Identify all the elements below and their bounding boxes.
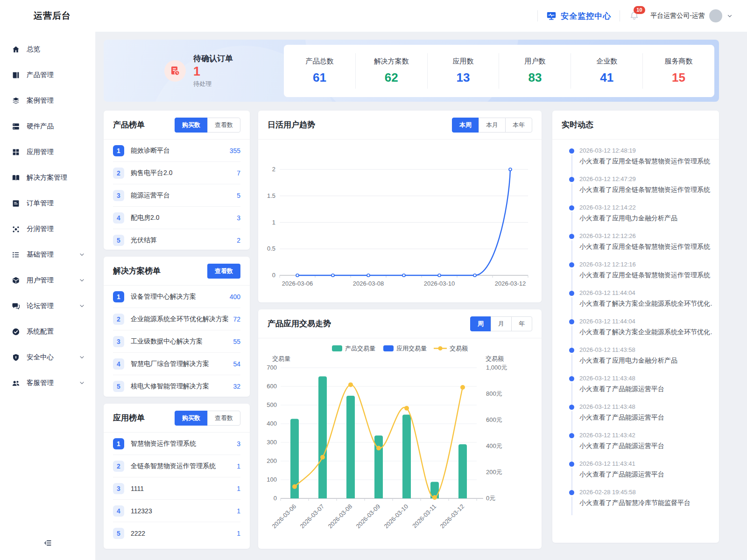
activity-item: 2026-03-12 12:12:16小火查看了应用全链条智慧物资运作管理系统 bbox=[569, 261, 712, 289]
activity-text: 小火查看了产品能源运营平台 bbox=[579, 470, 712, 479]
sidebar-item-label: 订单管理 bbox=[27, 199, 85, 208]
stat-用户数: 用户数83 bbox=[499, 53, 571, 89]
activity-time: 2026-03-12 11:44:04 bbox=[579, 289, 712, 296]
sidebar-item-label: 论坛管理 bbox=[27, 301, 79, 310]
daily-active-tab-2[interactable]: 本年 bbox=[505, 118, 532, 133]
svg-text:200: 200 bbox=[267, 457, 277, 464]
activity-time: 2026-03-12 11:43:48 bbox=[579, 375, 712, 382]
product-rank-tab-1[interactable]: 查看数 bbox=[207, 118, 240, 133]
svg-text:500: 500 bbox=[267, 401, 277, 408]
shield-icon bbox=[12, 353, 20, 362]
solution-rank-name: 设备管理中心解决方案 bbox=[131, 293, 196, 301]
sidebar-item-label: 硬件产品 bbox=[27, 122, 85, 131]
svg-text:2026-03-06: 2026-03-06 bbox=[282, 280, 313, 287]
activity-time: 2026-03-12 11:43:48 bbox=[579, 403, 712, 410]
sidebar-item-system[interactable]: 系统配置 bbox=[0, 319, 95, 344]
sidebar-item-label: 解决方案管理 bbox=[27, 173, 85, 182]
activity-time: 2026-03-12 11:43:42 bbox=[579, 432, 712, 439]
sidebar-item-forum[interactable]: 论坛管理 bbox=[0, 293, 95, 319]
activity-time: 2026-02-28 19:45:58 bbox=[579, 489, 712, 496]
sidebar-item-users[interactable]: 用户管理 bbox=[0, 267, 95, 293]
rank-badge: 4 bbox=[113, 212, 124, 224]
sidebar-item-products[interactable]: 产品管理 bbox=[0, 62, 95, 88]
app-rank-name: 1111 bbox=[131, 485, 144, 492]
sidebar-item-hardware[interactable]: 硬件产品 bbox=[0, 113, 95, 139]
activity-item: 2026-03-12 12:14:22小火查看了应用电力金融分析产品 bbox=[569, 204, 712, 232]
svg-text:600: 600 bbox=[267, 383, 277, 390]
product-rank-value: 7 bbox=[233, 169, 240, 177]
rank-badge: 4 bbox=[113, 505, 124, 517]
trade-trend-tab-2[interactable]: 年 bbox=[511, 316, 532, 331]
app-rank-tab-1[interactable]: 查看数 bbox=[207, 411, 240, 426]
svg-text:800元: 800元 bbox=[486, 390, 502, 397]
document-icon bbox=[12, 199, 20, 208]
activity-item: 2026-02-28 19:45:58小火查看了产品智慧冷库节能监督平台 bbox=[569, 489, 712, 517]
daily-active-tab-0[interactable]: 本周 bbox=[452, 118, 479, 133]
trade-trend-title: 产品应用交易走势 bbox=[268, 318, 331, 329]
app-rank-name: 智慧物资运作管理系统 bbox=[131, 440, 196, 448]
trade-trend-tab-1[interactable]: 月 bbox=[491, 316, 512, 331]
sidebar-item-security[interactable]: 安全中心 bbox=[0, 344, 95, 370]
activity-item: 2026-03-12 11:43:48小火查看了产品能源运营平台 bbox=[569, 375, 712, 403]
sidebar-item-basic[interactable]: 基础管理 bbox=[0, 242, 95, 267]
list-icon bbox=[12, 251, 20, 259]
activity-item: 2026-03-12 12:47:29小火查看了应用全链条智慧物资运作管理系统 bbox=[569, 175, 712, 204]
stat-label: 解决方案数 bbox=[374, 57, 409, 66]
stat-label: 应用数 bbox=[453, 57, 474, 66]
sidebar-item-cases[interactable]: 案例管理 bbox=[0, 88, 95, 113]
nodes-icon bbox=[12, 225, 20, 233]
open-book-icon bbox=[12, 174, 20, 182]
stat-value: 62 bbox=[385, 70, 398, 85]
svg-text:0: 0 bbox=[274, 495, 277, 502]
app-rank-card: 应用榜单 购买数查看数 1智慧物资运作管理系统32全链条智慧物资运作管理系统13… bbox=[104, 404, 250, 549]
solution-views-button[interactable]: 查看数 bbox=[207, 264, 240, 279]
stat-label: 服务商数 bbox=[665, 57, 693, 66]
product-rank-name: 购售电平台2.0 bbox=[131, 169, 172, 177]
sidebar-item-apps[interactable]: 应用管理 bbox=[0, 139, 95, 165]
sidebar-item-orders[interactable]: 订单管理 bbox=[0, 190, 95, 216]
product-rank-row: 4配电房2.03 bbox=[113, 207, 240, 229]
sidebar-item-solutions[interactable]: 解决方案管理 bbox=[0, 165, 95, 190]
sidebar-item-service[interactable]: 客服管理 bbox=[0, 370, 95, 396]
pending-title: 待确认订单 bbox=[193, 53, 233, 64]
activity-text: 小火查看了产品能源运营平台 bbox=[579, 442, 712, 450]
sidebar-item-profit[interactable]: 分润管理 bbox=[0, 216, 95, 242]
svg-text:1,000元: 1,000元 bbox=[486, 364, 507, 371]
sidebar-item-label: 分润管理 bbox=[27, 224, 85, 233]
app-rank-value: 3 bbox=[233, 440, 240, 448]
app-rank-row: 2全链条智慧物资运作管理系统1 bbox=[113, 455, 240, 477]
app-rank-tab-0[interactable]: 购买数 bbox=[175, 411, 208, 426]
chevron-down-icon bbox=[726, 13, 733, 19]
user-menu[interactable]: 平台运营公司-运营 bbox=[650, 9, 733, 22]
stat-应用数: 应用数13 bbox=[427, 53, 499, 89]
user-name: 平台运营公司-运营 bbox=[650, 12, 705, 20]
app-rank-value: 1 bbox=[233, 530, 240, 537]
sidebar-collapse-button[interactable] bbox=[0, 539, 95, 547]
svg-text:0: 0 bbox=[272, 272, 275, 279]
activity-time: 2026-03-12 12:14:22 bbox=[579, 204, 712, 211]
chat-icon bbox=[12, 302, 20, 310]
rank-badge: 4 bbox=[113, 358, 124, 370]
svg-text:700: 700 bbox=[267, 364, 277, 371]
daily-active-tab-1[interactable]: 本月 bbox=[479, 118, 506, 133]
daily-active-tabs: 本周本月本年 bbox=[452, 118, 532, 133]
trade-trend-tab-0[interactable]: 周 bbox=[470, 316, 491, 331]
notification-bell[interactable]: 10 bbox=[629, 11, 639, 21]
stat-value: 83 bbox=[528, 70, 542, 85]
product-rank-tab-0[interactable]: 购买数 bbox=[175, 118, 208, 133]
activity-text: 小火查看了应用电力金融分析产品 bbox=[579, 357, 712, 365]
activity-time: 2026-03-12 12:12:26 bbox=[579, 232, 712, 239]
sidebar-item-overview[interactable]: 总览 bbox=[0, 36, 95, 62]
trade-trend-combo-chart: 产品交易量应用交易量交易额交易量交易额010020030040050060070… bbox=[266, 338, 534, 548]
rank-badge: 3 bbox=[113, 190, 124, 201]
monitor-icon bbox=[546, 11, 557, 21]
svg-text:交易额: 交易额 bbox=[450, 345, 468, 352]
activity-title: 实时动态 bbox=[562, 119, 593, 130]
svg-text:0.5: 0.5 bbox=[267, 245, 275, 252]
solution-rank-row: 5核电大修智能管理解决方案32 bbox=[113, 375, 240, 397]
solution-rank-value: 32 bbox=[229, 383, 240, 390]
security-center-link[interactable]: 安全监控中心 bbox=[546, 11, 611, 21]
solution-rank-value: 400 bbox=[226, 293, 240, 301]
chevron-down-icon bbox=[79, 380, 85, 386]
product-rank-row: 5光伏结算2 bbox=[113, 229, 240, 250]
